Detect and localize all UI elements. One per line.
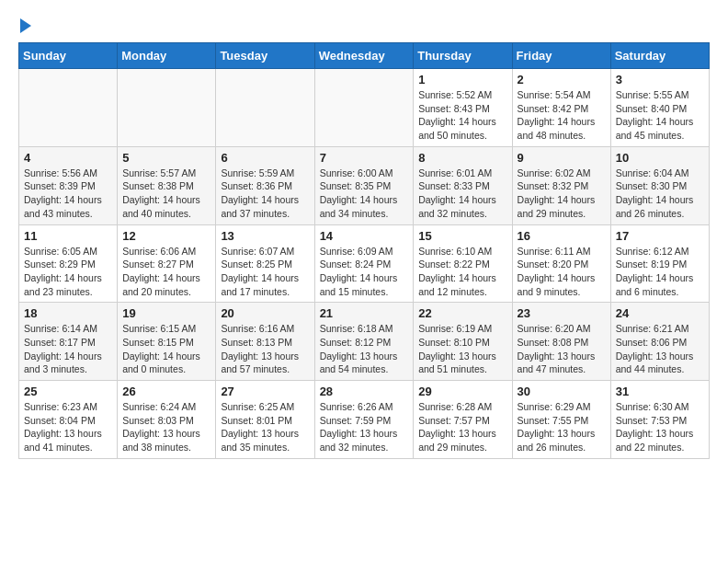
- day-info: Sunrise: 5:56 AM Sunset: 8:39 PM Dayligh…: [24, 167, 112, 221]
- calendar-cell: 17Sunrise: 6:12 AM Sunset: 8:19 PM Dayli…: [610, 224, 709, 303]
- day-number: 13: [221, 229, 309, 243]
- column-header-saturday: Saturday: [610, 43, 709, 69]
- day-number: 29: [418, 385, 506, 398]
- calendar-cell: 6Sunrise: 5:59 AM Sunset: 8:36 PM Daylig…: [216, 146, 314, 224]
- calendar-cell: 30Sunrise: 6:29 AM Sunset: 7:55 PM Dayli…: [512, 381, 610, 459]
- calendar-cell: 23Sunrise: 6:20 AM Sunset: 8:08 PM Dayli…: [512, 303, 610, 381]
- column-header-sunday: Sunday: [19, 43, 118, 69]
- calendar-week-row: 1Sunrise: 5:52 AM Sunset: 8:43 PM Daylig…: [19, 69, 710, 147]
- day-number: 7: [320, 151, 409, 165]
- column-header-thursday: Thursday: [414, 43, 512, 69]
- day-number: 28: [320, 385, 409, 398]
- day-info: Sunrise: 6:23 AM Sunset: 8:04 PM Dayligh…: [24, 400, 112, 454]
- column-header-friday: Friday: [512, 43, 610, 69]
- day-number: 27: [221, 385, 309, 398]
- day-number: 30: [518, 385, 606, 398]
- calendar-cell: 7Sunrise: 6:00 AM Sunset: 8:35 PM Daylig…: [314, 146, 414, 224]
- day-number: 14: [320, 229, 409, 243]
- calendar-cell: 11Sunrise: 6:05 AM Sunset: 8:29 PM Dayli…: [19, 224, 118, 303]
- day-info: Sunrise: 6:14 AM Sunset: 8:17 PM Dayligh…: [24, 322, 112, 376]
- day-info: Sunrise: 6:00 AM Sunset: 8:35 PM Dayligh…: [320, 167, 409, 221]
- day-number: 31: [616, 385, 704, 398]
- day-info: Sunrise: 6:10 AM Sunset: 8:22 PM Dayligh…: [418, 245, 506, 299]
- calendar-cell: [19, 69, 118, 147]
- calendar-cell: 28Sunrise: 6:26 AM Sunset: 7:59 PM Dayli…: [314, 381, 414, 459]
- calendar-cell: 18Sunrise: 6:14 AM Sunset: 8:17 PM Dayli…: [19, 303, 118, 381]
- calendar-cell: 3Sunrise: 5:55 AM Sunset: 8:40 PM Daylig…: [610, 69, 709, 147]
- calendar-cell: 19Sunrise: 6:15 AM Sunset: 8:15 PM Dayli…: [118, 303, 216, 381]
- day-info: Sunrise: 6:24 AM Sunset: 8:03 PM Dayligh…: [122, 400, 210, 454]
- calendar-table: SundayMondayTuesdayWednesdayThursdayFrid…: [18, 42, 710, 459]
- day-info: Sunrise: 6:02 AM Sunset: 8:32 PM Dayligh…: [518, 167, 606, 221]
- day-number: 21: [320, 306, 409, 320]
- calendar-cell: 22Sunrise: 6:19 AM Sunset: 8:10 PM Dayli…: [414, 303, 512, 381]
- day-info: Sunrise: 6:11 AM Sunset: 8:20 PM Dayligh…: [518, 245, 606, 299]
- calendar-week-row: 18Sunrise: 6:14 AM Sunset: 8:17 PM Dayli…: [19, 303, 710, 381]
- day-info: Sunrise: 6:15 AM Sunset: 8:15 PM Dayligh…: [122, 322, 210, 376]
- logo-arrow-icon: [20, 18, 31, 33]
- day-number: 20: [221, 306, 309, 320]
- day-info: Sunrise: 6:16 AM Sunset: 8:13 PM Dayligh…: [221, 322, 309, 376]
- day-info: Sunrise: 6:30 AM Sunset: 7:53 PM Dayligh…: [616, 400, 704, 454]
- calendar-cell: 9Sunrise: 6:02 AM Sunset: 8:32 PM Daylig…: [512, 146, 610, 224]
- calendar-cell: 25Sunrise: 6:23 AM Sunset: 8:04 PM Dayli…: [19, 381, 118, 459]
- calendar-header-row: SundayMondayTuesdayWednesdayThursdayFrid…: [19, 43, 710, 69]
- day-number: 15: [418, 229, 506, 243]
- day-info: Sunrise: 5:54 AM Sunset: 8:42 PM Dayligh…: [518, 88, 606, 143]
- day-number: 24: [616, 306, 704, 320]
- day-info: Sunrise: 6:26 AM Sunset: 7:59 PM Dayligh…: [320, 400, 409, 454]
- calendar-cell: 13Sunrise: 6:07 AM Sunset: 8:25 PM Dayli…: [216, 224, 314, 303]
- day-number: 26: [122, 385, 210, 398]
- calendar-week-row: 4Sunrise: 5:56 AM Sunset: 8:39 PM Daylig…: [19, 146, 710, 224]
- page-header: [18, 18, 710, 33]
- calendar-cell: [216, 69, 314, 147]
- day-number: 17: [616, 229, 704, 243]
- day-info: Sunrise: 6:12 AM Sunset: 8:19 PM Dayligh…: [616, 245, 704, 299]
- column-header-monday: Monday: [118, 43, 216, 69]
- calendar-cell: 8Sunrise: 6:01 AM Sunset: 8:33 PM Daylig…: [414, 146, 512, 224]
- day-info: Sunrise: 6:18 AM Sunset: 8:12 PM Dayligh…: [320, 322, 409, 376]
- day-number: 4: [24, 151, 112, 165]
- calendar-cell: 12Sunrise: 6:06 AM Sunset: 8:27 PM Dayli…: [118, 224, 216, 303]
- day-info: Sunrise: 6:20 AM Sunset: 8:08 PM Dayligh…: [518, 322, 606, 376]
- day-info: Sunrise: 6:01 AM Sunset: 8:33 PM Dayligh…: [418, 167, 506, 221]
- day-number: 2: [518, 73, 606, 86]
- calendar-cell: 29Sunrise: 6:28 AM Sunset: 7:57 PM Dayli…: [414, 381, 512, 459]
- day-info: Sunrise: 5:52 AM Sunset: 8:43 PM Dayligh…: [418, 88, 506, 143]
- day-info: Sunrise: 6:05 AM Sunset: 8:29 PM Dayligh…: [24, 245, 112, 299]
- day-number: 3: [616, 73, 704, 86]
- day-number: 22: [418, 306, 506, 320]
- day-info: Sunrise: 6:29 AM Sunset: 7:55 PM Dayligh…: [518, 400, 606, 454]
- calendar-cell: 4Sunrise: 5:56 AM Sunset: 8:39 PM Daylig…: [19, 146, 118, 224]
- calendar-cell: [118, 69, 216, 147]
- day-info: Sunrise: 5:55 AM Sunset: 8:40 PM Dayligh…: [616, 88, 704, 143]
- day-info: Sunrise: 6:06 AM Sunset: 8:27 PM Dayligh…: [122, 245, 210, 299]
- day-number: 25: [24, 385, 112, 398]
- column-header-tuesday: Tuesday: [216, 43, 314, 69]
- calendar-cell: 14Sunrise: 6:09 AM Sunset: 8:24 PM Dayli…: [314, 224, 414, 303]
- day-number: 11: [24, 229, 112, 243]
- day-info: Sunrise: 6:09 AM Sunset: 8:24 PM Dayligh…: [320, 245, 409, 299]
- day-info: Sunrise: 6:21 AM Sunset: 8:06 PM Dayligh…: [616, 322, 704, 376]
- day-number: 5: [122, 151, 210, 165]
- calendar-week-row: 25Sunrise: 6:23 AM Sunset: 8:04 PM Dayli…: [19, 381, 710, 459]
- calendar-cell: 5Sunrise: 5:57 AM Sunset: 8:38 PM Daylig…: [118, 146, 216, 224]
- column-header-wednesday: Wednesday: [314, 43, 414, 69]
- day-number: 19: [122, 306, 210, 320]
- day-info: Sunrise: 6:19 AM Sunset: 8:10 PM Dayligh…: [418, 322, 506, 376]
- day-info: Sunrise: 5:57 AM Sunset: 8:38 PM Dayligh…: [122, 167, 210, 221]
- calendar-cell: [314, 69, 414, 147]
- day-number: 10: [616, 151, 704, 165]
- calendar-cell: 24Sunrise: 6:21 AM Sunset: 8:06 PM Dayli…: [610, 303, 709, 381]
- day-info: Sunrise: 6:04 AM Sunset: 8:30 PM Dayligh…: [616, 167, 704, 221]
- day-number: 16: [518, 229, 606, 243]
- day-number: 9: [518, 151, 606, 165]
- day-number: 8: [418, 151, 506, 165]
- calendar-cell: 26Sunrise: 6:24 AM Sunset: 8:03 PM Dayli…: [118, 381, 216, 459]
- day-info: Sunrise: 6:25 AM Sunset: 8:01 PM Dayligh…: [221, 400, 309, 454]
- calendar-cell: 16Sunrise: 6:11 AM Sunset: 8:20 PM Dayli…: [512, 224, 610, 303]
- day-number: 23: [518, 306, 606, 320]
- calendar-cell: 1Sunrise: 5:52 AM Sunset: 8:43 PM Daylig…: [414, 69, 512, 147]
- calendar-cell: 15Sunrise: 6:10 AM Sunset: 8:22 PM Dayli…: [414, 224, 512, 303]
- day-number: 1: [418, 73, 506, 86]
